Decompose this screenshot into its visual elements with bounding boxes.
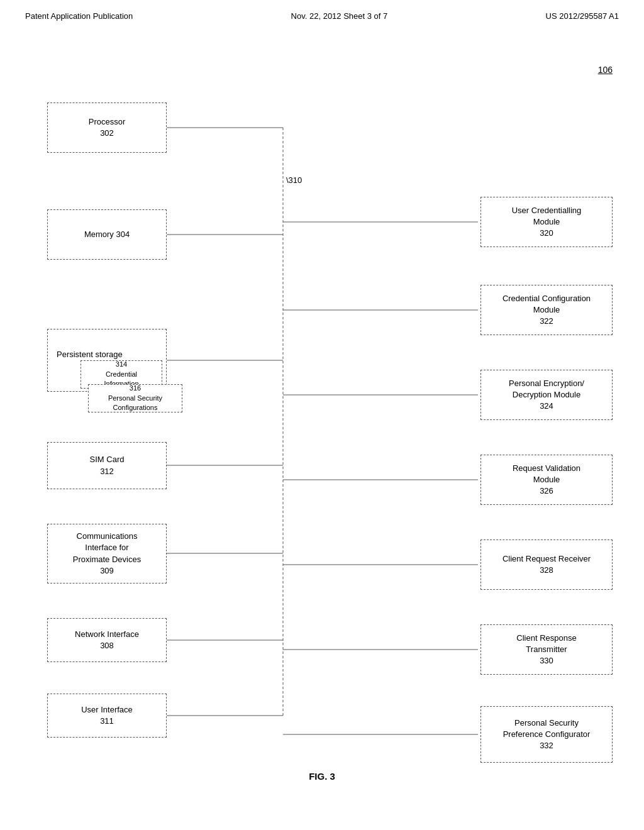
box-cred-config: Credential ConfigurationModule322 bbox=[480, 285, 613, 335]
box-personal-sec-config: 316Personal SecurityConfigurations bbox=[88, 384, 182, 412]
header-right: US 2012/295587 A1 bbox=[546, 11, 619, 21]
box-memory: Memory 304 bbox=[47, 209, 167, 260]
box-comms: CommunicationsInterface forProximate Dev… bbox=[47, 524, 167, 584]
personal-enc-label: Personal Encryption/Decryption Module324 bbox=[509, 378, 584, 412]
cred-config-label: Credential ConfigurationModule322 bbox=[502, 293, 591, 328]
comms-label: CommunicationsInterface forProximate Dev… bbox=[73, 531, 141, 577]
ref-106: 106 bbox=[598, 65, 613, 75]
client-req-label: Client Request Receiver328 bbox=[502, 553, 591, 576]
processor-label: Processor302 bbox=[89, 116, 126, 139]
simcard-label: SIM Card312 bbox=[90, 454, 125, 477]
header-left: Patent Application Publication bbox=[25, 11, 133, 21]
box-personal-enc: Personal Encryption/Decryption Module324 bbox=[480, 370, 613, 420]
personal-sec-pref-label: Personal SecurityPreference Configurator… bbox=[503, 717, 591, 752]
memory-label: Memory 304 bbox=[84, 229, 130, 240]
box-processor: Processor302 bbox=[47, 102, 167, 153]
box-userinterface: User Interface311 bbox=[47, 694, 167, 738]
request-val-label: Request ValidationModule326 bbox=[513, 463, 580, 497]
user-cred-label: User CredentiallingModule320 bbox=[512, 205, 582, 240]
header-center: Nov. 22, 2012 Sheet 3 of 7 bbox=[291, 11, 388, 21]
box-user-cred: User CredentiallingModule320 bbox=[480, 197, 613, 247]
box-request-val: Request ValidationModule326 bbox=[480, 455, 613, 505]
box-client-req: Client Request Receiver328 bbox=[480, 540, 613, 590]
network-label: Network Interface308 bbox=[75, 629, 139, 651]
fig-caption: FIG. 3 bbox=[0, 771, 644, 782]
page-header: Patent Application Publication Nov. 22, … bbox=[0, 0, 644, 27]
svg-text:\310: \310 bbox=[286, 175, 302, 185]
box-network: Network Interface308 bbox=[47, 618, 167, 662]
box-personal-sec-pref: Personal SecurityPreference Configurator… bbox=[480, 706, 613, 763]
personal-sec-config-label: 316Personal SecurityConfigurations bbox=[108, 384, 162, 412]
box-client-resp: Client ResponseTransmitter330 bbox=[480, 624, 613, 675]
client-resp-label: Client ResponseTransmitter330 bbox=[516, 633, 576, 667]
box-simcard: SIM Card312 bbox=[47, 442, 167, 489]
diagram-container: 106 \310 bbox=[0, 27, 644, 794]
userinterface-label: User Interface311 bbox=[81, 704, 133, 727]
